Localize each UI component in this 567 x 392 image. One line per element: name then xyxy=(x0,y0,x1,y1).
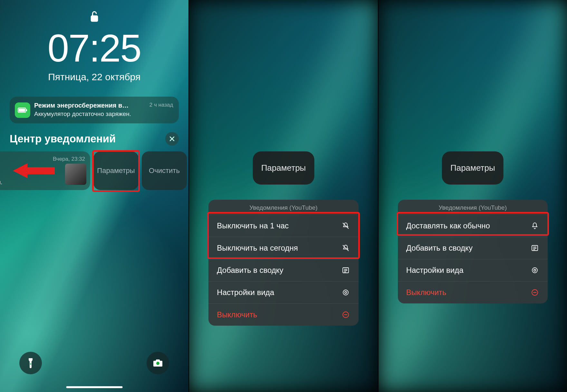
svg-point-14 xyxy=(534,269,536,271)
wallpaper xyxy=(189,0,378,392)
news-icon xyxy=(530,244,539,252)
swiped-line: аботая на себя. xyxy=(0,179,2,186)
annotation-highlight xyxy=(92,150,140,192)
annotation-arrow-icon xyxy=(13,163,55,179)
params-chip-label: Параметры xyxy=(261,163,306,173)
close-button[interactable] xyxy=(165,132,179,146)
notification-center-title: Центр уведомлений xyxy=(10,133,116,145)
params-chip[interactable]: Параметры xyxy=(253,151,314,185)
lockscreen-panel: 07:25 Пятница, 22 октября Режим энергосб… xyxy=(0,0,188,392)
svg-rect-0 xyxy=(91,15,98,22)
gear-icon xyxy=(530,266,539,274)
clock-date: Пятница, 22 октября xyxy=(0,72,188,82)
option-view-settings[interactable]: Настройки вида xyxy=(208,281,358,303)
options-panel-deliver: Параметры Уведомления (YouTube) Доставля… xyxy=(378,0,567,392)
swipe-action-label: Очистить xyxy=(149,167,180,175)
wallpaper xyxy=(379,0,567,392)
svg-rect-2 xyxy=(19,109,25,112)
option-turn-off[interactable]: Выключить xyxy=(398,281,548,303)
option-label: Выключить xyxy=(406,288,447,297)
svg-point-9 xyxy=(343,290,348,295)
annotation-highlight xyxy=(397,212,549,236)
option-turn-off[interactable]: Выключить xyxy=(208,303,358,326)
option-label: Настройки вида xyxy=(217,288,274,297)
notification-center-header: Центр уведомлений xyxy=(10,132,179,146)
svg-rect-3 xyxy=(26,109,27,111)
flashlight-button[interactable] xyxy=(19,352,42,374)
params-chip-label: Параметры xyxy=(450,163,495,173)
svg-point-13 xyxy=(532,268,537,273)
minus-circle-icon xyxy=(341,311,350,319)
svg-point-5 xyxy=(30,363,31,365)
notification-body: Аккумулятор достаточно заряжен. xyxy=(34,110,173,118)
news-icon xyxy=(341,266,350,274)
option-view-settings[interactable]: Настройки вида xyxy=(398,259,548,281)
swiped-timestamp: Вчера, 23:32 xyxy=(0,156,85,162)
notification-card[interactable]: Режим энергосбережения в… 2 ч назад Акку… xyxy=(10,97,179,123)
clock-time: 07:25 xyxy=(0,26,188,70)
annotation-highlight xyxy=(207,212,360,259)
battery-icon xyxy=(15,102,30,118)
option-label: Добавить в сводку xyxy=(406,244,473,253)
swipe-action-clear[interactable]: Очистить xyxy=(142,151,187,190)
option-label: Настройки вида xyxy=(406,266,464,275)
option-add-summary[interactable]: Добавить в сводку xyxy=(398,237,548,259)
option-label: Выключить xyxy=(217,310,257,319)
notification-age: 2 ч назад xyxy=(149,102,173,108)
gear-icon xyxy=(341,289,350,296)
svg-point-10 xyxy=(345,292,347,293)
camera-button[interactable] xyxy=(147,352,169,374)
option-label: Добавить в сводку xyxy=(217,266,283,275)
notification-title: Режим энергосбережения в… xyxy=(34,102,129,109)
options-panel-mute: Параметры Уведомления (YouTube) Выключит… xyxy=(188,0,378,392)
option-add-summary[interactable]: Добавить в сводку xyxy=(208,259,358,281)
home-indicator[interactable] xyxy=(66,386,122,388)
notification-thumbnail xyxy=(65,164,86,185)
params-chip[interactable]: Параметры xyxy=(442,151,504,185)
svg-marker-4 xyxy=(13,163,55,178)
unlock-icon xyxy=(89,10,100,25)
minus-circle-icon xyxy=(530,289,539,296)
